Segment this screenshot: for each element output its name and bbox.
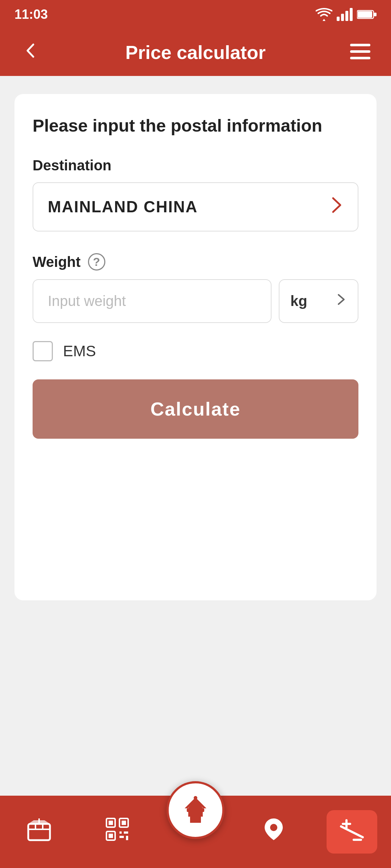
ems-checkbox[interactable] — [33, 341, 53, 361]
svg-rect-2 — [345, 11, 348, 21]
svg-rect-20 — [126, 836, 128, 840]
help-icon[interactable]: ? — [88, 253, 105, 271]
weight-input-row: kg — [33, 279, 358, 323]
svg-rect-27 — [187, 808, 204, 812]
svg-rect-26 — [193, 816, 198, 823]
svg-rect-3 — [350, 8, 353, 21]
destination-label: Destination — [33, 157, 358, 174]
bottom-nav — [0, 796, 391, 868]
nav-item-home[interactable] — [156, 781, 235, 839]
wifi-icon — [316, 8, 332, 21]
weight-label: Weight — [33, 254, 81, 270]
svg-rect-19 — [119, 836, 124, 838]
signal-icon — [337, 8, 353, 21]
svg-rect-9 — [350, 57, 370, 59]
svg-line-30 — [341, 826, 363, 837]
svg-rect-12 — [109, 821, 113, 825]
destination-chevron-icon — [330, 196, 343, 218]
svg-rect-0 — [337, 17, 340, 21]
unit-chevron-icon — [337, 293, 347, 309]
page-title: Price calculator — [43, 42, 348, 63]
battery-icon — [357, 9, 377, 20]
menu-button[interactable] — [348, 41, 373, 64]
destination-selector[interactable]: MAINLAND CHINA — [33, 182, 358, 231]
destination-value: MAINLAND CHINA — [48, 198, 198, 216]
status-icons — [316, 8, 377, 21]
postal-icon — [105, 817, 130, 847]
location-icon — [263, 817, 285, 847]
ems-label: EMS — [63, 342, 96, 360]
section-title: Please input the postal information — [33, 116, 358, 136]
svg-point-29 — [270, 824, 277, 831]
nav-item-location[interactable] — [235, 817, 313, 847]
svg-rect-17 — [119, 831, 122, 834]
parcel-icon — [26, 817, 52, 847]
svg-rect-14 — [122, 821, 126, 825]
svg-rect-8 — [350, 50, 370, 53]
status-bar: 11:03 — [0, 0, 391, 29]
unit-value: kg — [290, 293, 307, 309]
weight-label-row: Weight ? — [33, 253, 358, 271]
unit-selector[interactable]: kg — [279, 279, 358, 323]
discount-icon — [327, 810, 377, 854]
status-time: 11:03 — [14, 7, 48, 22]
nav-item-parcel[interactable] — [0, 817, 78, 847]
home-icon — [167, 781, 224, 839]
svg-rect-1 — [341, 14, 344, 21]
main-card: Please input the postal information Dest… — [14, 94, 377, 600]
app-header: Price calculator — [0, 29, 391, 76]
svg-rect-28 — [189, 812, 202, 816]
svg-rect-7 — [350, 44, 370, 46]
nav-item-discount[interactable] — [313, 810, 391, 854]
svg-rect-18 — [124, 831, 128, 834]
calculate-button[interactable]: Calculate — [33, 379, 358, 439]
back-button[interactable] — [18, 41, 43, 64]
nav-item-postal[interactable] — [78, 817, 156, 847]
svg-rect-10 — [28, 824, 50, 840]
svg-rect-16 — [109, 834, 113, 838]
svg-rect-5 — [358, 11, 372, 18]
ems-row: EMS — [33, 341, 358, 361]
svg-rect-6 — [374, 13, 377, 16]
weight-input[interactable] — [33, 279, 272, 323]
